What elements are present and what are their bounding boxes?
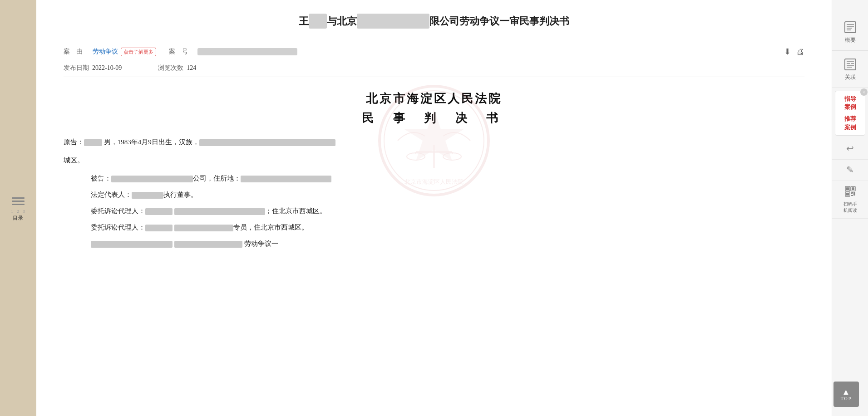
toc-label: 1 2 3 xyxy=(11,208,25,214)
svg-rect-31 xyxy=(853,193,855,196)
svg-rect-26 xyxy=(846,193,849,196)
plaintiff-address xyxy=(199,139,335,146)
agent2-para: 委托诉讼代理人： 专员，住北京市西城区。 xyxy=(64,220,804,234)
sidebar-item-summary[interactable]: 概要 xyxy=(832,14,868,51)
toc-text: 目录 xyxy=(13,215,24,221)
bottom-company xyxy=(174,241,242,248)
agent2-suffix: 专员，住北京市西城区。 xyxy=(233,224,308,231)
right-sidebar: 概要 关联 × 指导 案例 推荐 案例 ↩ ✎ xyxy=(832,0,868,416)
publish-date: 2022-10-09 xyxy=(92,64,122,71)
document-title: 王 与北京 限公司劳动争议一审民事判决书 xyxy=(64,14,804,29)
edit-button[interactable]: ✎ xyxy=(832,160,868,181)
legal-rep-title: 执行董事。 xyxy=(163,191,197,198)
svg-rect-32 xyxy=(851,195,853,196)
plaintiff-birth: 1983年4月9日出生， xyxy=(118,138,179,146)
svg-rect-22 xyxy=(846,187,849,190)
edit-icon: ✎ xyxy=(846,164,854,175)
sidebar-item-related[interactable]: 关联 xyxy=(832,51,868,88)
court-doc-type: 民 事 判 决 书 xyxy=(64,110,804,126)
agent1-para: 委托诉讼代理人： ；住北京市西城区。 xyxy=(64,204,804,218)
agent2-name xyxy=(145,225,173,231)
legal-rep-name xyxy=(132,192,163,199)
svg-rect-30 xyxy=(851,193,853,194)
plaintiff-gender: 男， xyxy=(104,138,118,146)
view-count-label: 浏览次数 xyxy=(158,64,183,71)
svg-rect-15 xyxy=(845,59,856,70)
meta-row-case: 案 由 劳动争议 点击了解更多 案 号 ⬇ 🖨 xyxy=(64,47,804,57)
download-icon[interactable]: ⬇ xyxy=(784,47,791,57)
svg-rect-27 xyxy=(851,192,852,193)
plaintiff-end: 城区。 xyxy=(64,153,804,167)
qrcode-icon xyxy=(844,186,856,200)
case-number-blurred xyxy=(197,48,297,55)
legal-rep-label: 法定代表人： xyxy=(91,191,132,198)
meta-section: 案 由 劳动争议 点击了解更多 案 号 ⬇ 🖨 发布日期 2022-10-09 xyxy=(64,42,804,77)
meta-icons: ⬇ 🖨 xyxy=(784,47,804,57)
bottom-para: 劳动争议一 xyxy=(64,237,804,250)
related-label: 关联 xyxy=(845,73,856,81)
guide-cases-label[interactable]: 指导 案例 xyxy=(837,95,863,111)
case-number-label: 案 号 xyxy=(169,48,196,56)
top-arrow-icon: ▲ xyxy=(842,388,851,396)
qrcode-button[interactable]: 扫码手机阅读 xyxy=(832,181,868,219)
bottom-suffix: 劳动争议一 xyxy=(244,240,278,247)
summary-icon xyxy=(843,20,858,34)
toc-icon xyxy=(12,195,25,207)
defendant-para: 被告： 公司，住所地： xyxy=(64,171,804,185)
related-icon xyxy=(843,57,858,72)
svg-rect-28 xyxy=(852,192,853,193)
svg-rect-24 xyxy=(852,187,854,190)
top-label: TOP xyxy=(841,396,852,401)
svg-rect-10 xyxy=(845,22,856,33)
plaintiff-para: 原告： 男，1983年4月9日出生，汉族， xyxy=(64,135,804,149)
defendant-label: 被告： xyxy=(91,175,111,182)
close-recommendation[interactable]: × xyxy=(860,88,868,96)
legal-rep-para: 法定代表人： 执行董事。 xyxy=(64,188,804,201)
agent1-label: 委托诉讼代理人： xyxy=(91,207,145,215)
court-name: 北京市海淀区人民法院 xyxy=(64,91,804,107)
agent1-info xyxy=(174,208,265,215)
meta-row-dates: 发布日期 2022-10-09 浏览次数 124 xyxy=(64,60,804,72)
defendant-suffix: 公司，住所地： xyxy=(193,175,241,182)
summary-label: 概要 xyxy=(845,36,856,44)
agent2-label: 委托诉讼代理人： xyxy=(91,224,145,231)
document-body: 原告： 男，1983年4月9日出生，汉族， 城区。 被告： 公司，住所地： 法定… xyxy=(64,135,804,250)
view-count-section: 浏览次数 124 xyxy=(158,64,196,72)
case-type[interactable]: 劳动争议 xyxy=(93,48,118,56)
plaintiff-name xyxy=(84,139,102,146)
top-button[interactable]: ▲ TOP xyxy=(833,382,859,407)
defendant-address xyxy=(241,176,331,182)
agent2-info xyxy=(174,225,233,231)
left-sidebar: 1 2 3 目录 xyxy=(0,0,36,416)
agent1-name xyxy=(145,208,173,215)
share-icon: ↩ xyxy=(846,143,854,154)
view-count: 124 xyxy=(187,64,196,71)
page-wrapper: 1 2 3 目录 王 与北京 限公司劳动争议一审民事判决书 案 由 劳动争议 点… xyxy=(0,0,868,416)
bottom-blurred1 xyxy=(91,241,173,248)
qrcode-label: 扫码手机阅读 xyxy=(843,201,857,214)
agent1-suffix: ；住北京市西城区。 xyxy=(265,207,326,215)
title-prefix: 王 xyxy=(299,15,309,27)
main-content: 王 与北京 限公司劳动争议一审民事判决书 案 由 劳动争议 点击了解更多 案 号… xyxy=(36,0,832,416)
title-blurred-1 xyxy=(309,14,327,29)
plaintiff-city: 城区。 xyxy=(64,157,84,164)
defendant-name xyxy=(111,176,193,182)
plaintiff-label: 原告： xyxy=(64,138,84,146)
print-icon[interactable]: 🖨 xyxy=(796,47,804,57)
court-header: 北京市海淀区人民法院 北京市海淀区人民法院 民 事 判 决 书 xyxy=(64,91,804,126)
case-label: 案 由 xyxy=(64,48,91,56)
share-button[interactable]: ↩ xyxy=(832,138,868,160)
case-tag-badge[interactable]: 点击了解更多 xyxy=(121,48,156,56)
plaintiff-ethnicity: 汉族， xyxy=(179,138,199,146)
publish-date-section: 发布日期 2022-10-09 xyxy=(64,64,122,72)
publish-label: 发布日期 xyxy=(64,64,89,71)
toc-button[interactable]: 1 2 3 目录 xyxy=(11,195,25,221)
title-suffix: 限公司劳动争议一审民事判决书 xyxy=(429,15,569,27)
recommended-cases-label[interactable]: 推荐 案例 xyxy=(837,115,863,131)
title-blurred-2 xyxy=(357,14,429,29)
svg-rect-29 xyxy=(853,192,855,193)
title-middle: 与北京 xyxy=(327,15,357,27)
recommendation-panel: × 指导 案例 推荐 案例 xyxy=(835,91,865,136)
